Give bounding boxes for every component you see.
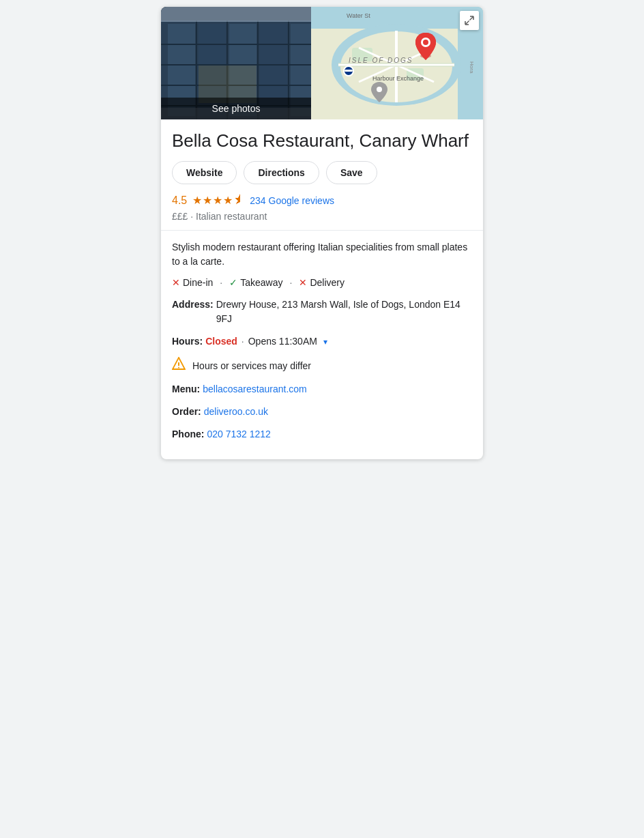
star-4: ★ bbox=[223, 194, 233, 207]
warning-row: Hours or services may differ bbox=[172, 357, 472, 374]
top-media: See photos bbox=[161, 7, 483, 119]
sep-1: · bbox=[220, 277, 222, 288]
star-2: ★ bbox=[203, 194, 212, 207]
website-button[interactable]: Website bbox=[172, 161, 237, 184]
phone-row: Phone: 020 7132 1212 bbox=[172, 427, 472, 442]
phone-number[interactable]: 020 7132 1212 bbox=[207, 427, 270, 442]
warning-icon bbox=[172, 357, 186, 374]
menu-row: Menu: bellacosarestaurant.com bbox=[172, 382, 472, 396]
description: Stylish modern restaurant offering Itali… bbox=[172, 240, 472, 269]
delivery-label: Delivery bbox=[310, 277, 345, 288]
dine-in-x-icon: ✕ bbox=[172, 277, 180, 288]
star-half: ⯨ bbox=[233, 194, 244, 207]
svg-text:Harbour Exchange: Harbour Exchange bbox=[372, 75, 424, 82]
main-content: Bella Cosa Restaurant, Canary Wharf Webs… bbox=[161, 119, 483, 230]
restaurant-title: Bella Cosa Restaurant, Canary Wharf bbox=[172, 130, 472, 151]
svg-rect-15 bbox=[161, 7, 311, 22]
hours-dot: · bbox=[241, 334, 244, 349]
hours-chevron-icon[interactable]: ▾ bbox=[323, 336, 327, 348]
sep-2: · bbox=[290, 277, 293, 288]
category-row: £££ · Italian restaurant bbox=[172, 211, 472, 222]
svg-point-38 bbox=[377, 87, 382, 92]
warning-text: Hours or services may differ bbox=[192, 360, 311, 371]
directions-button[interactable]: Directions bbox=[244, 161, 319, 184]
dine-in-service: ✕ Dine-in bbox=[172, 277, 213, 288]
hours-open-time: Opens 11:30AM bbox=[248, 334, 317, 349]
svg-text:ISLE OF DOGS: ISLE OF DOGS bbox=[349, 57, 413, 64]
service-row: ✕ Dine-in · ✓ Takeaway · ✕ Delivery bbox=[172, 277, 472, 288]
hours-label: Hours: bbox=[172, 334, 203, 349]
map-svg: Water St Hora ISLE OF DOGS Harbour Excha… bbox=[311, 7, 483, 119]
takeaway-check-icon: ✓ bbox=[229, 277, 237, 288]
dine-in-label: Dine-in bbox=[183, 277, 213, 288]
delivery-x-icon: ✕ bbox=[299, 277, 307, 288]
stars: ★ ★ ★ ★ ⯨ bbox=[192, 194, 244, 207]
svg-line-46 bbox=[470, 17, 473, 20]
menu-label: Menu: bbox=[172, 382, 200, 396]
address-row: Address: Drewry House, 213 Marsh Wall, I… bbox=[172, 298, 472, 326]
svg-line-47 bbox=[466, 21, 469, 25]
menu-link[interactable]: bellacosarestaurant.com bbox=[203, 382, 307, 396]
hours-status: Closed bbox=[205, 334, 237, 349]
reviews-link[interactable]: 234 Google reviews bbox=[250, 195, 334, 206]
business-card: See photos bbox=[161, 7, 483, 459]
map-background: Water St Hora ISLE OF DOGS Harbour Excha… bbox=[311, 7, 483, 119]
order-link[interactable]: deliveroo.co.uk bbox=[204, 405, 268, 419]
takeaway-label: Takeaway bbox=[240, 277, 282, 288]
save-button[interactable]: Save bbox=[326, 161, 377, 184]
details-section: Stylish modern restaurant offering Itali… bbox=[161, 231, 483, 459]
order-label: Order: bbox=[172, 405, 201, 419]
hours-row: Hours: Closed · Opens 11:30AM ▾ bbox=[172, 334, 472, 349]
action-buttons: Website Directions Save bbox=[172, 161, 472, 184]
star-1: ★ bbox=[192, 194, 202, 207]
map-section[interactable]: Water St Hora ISLE OF DOGS Harbour Excha… bbox=[311, 7, 483, 119]
see-photos-label[interactable]: See photos bbox=[161, 98, 311, 119]
rating-row: 4.5 ★ ★ ★ ★ ⯨ 234 Google reviews bbox=[172, 194, 472, 207]
svg-point-41 bbox=[423, 40, 428, 45]
address-value: Drewry House, 213 Marsh Wall, Isle of Do… bbox=[216, 298, 472, 326]
delivery-service: ✕ Delivery bbox=[299, 277, 345, 288]
expand-icon bbox=[465, 16, 474, 25]
phone-label: Phone: bbox=[172, 427, 204, 442]
address-label: Address: bbox=[172, 298, 214, 312]
photo-section[interactable]: See photos bbox=[161, 7, 311, 119]
map-expand-button[interactable] bbox=[460, 11, 479, 30]
svg-text:Water St: Water St bbox=[347, 12, 370, 19]
svg-text:Hora: Hora bbox=[469, 61, 475, 74]
svg-point-49 bbox=[178, 367, 179, 369]
order-row: Order: deliveroo.co.uk bbox=[172, 405, 472, 419]
rating-number: 4.5 bbox=[172, 194, 187, 207]
svg-rect-36 bbox=[345, 70, 353, 72]
takeaway-service: ✓ Takeaway bbox=[229, 277, 282, 288]
star-3: ★ bbox=[213, 194, 222, 207]
